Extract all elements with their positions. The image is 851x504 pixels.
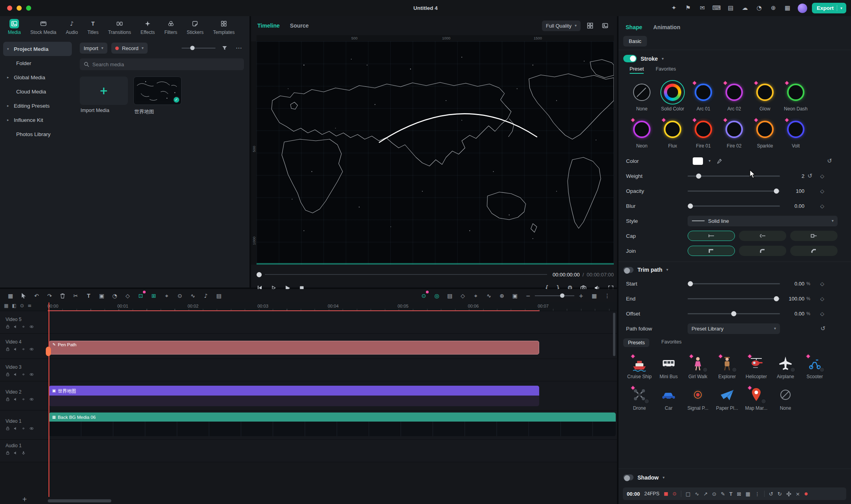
timeline-zoom-slider[interactable] — [535, 293, 574, 299]
trim-preset-cruise-ship[interactable]: Cruise Ship — [625, 353, 654, 384]
playhead-handle[interactable] — [46, 347, 51, 356]
mute-track-icon[interactable] — [13, 451, 18, 455]
lock-track-icon[interactable] — [6, 325, 10, 329]
zoom-window-button[interactable] — [26, 6, 31, 11]
stop-record-icon[interactable]: ■ — [664, 491, 668, 496]
move-tool-icon[interactable] — [786, 491, 791, 497]
weight-keyframe-icon[interactable]: ◇ — [815, 174, 829, 179]
timeline-vertical-scrollbar[interactable] — [613, 313, 615, 356]
stroke-preset-flux[interactable]: Flux — [657, 116, 688, 153]
close-window-button[interactable] — [7, 6, 12, 11]
mute-track-icon[interactable] — [13, 372, 18, 377]
pen-tool-icon[interactable]: ✎ — [721, 491, 725, 497]
stroke-color-swatch[interactable] — [693, 157, 703, 165]
safe-area-icon[interactable] — [585, 21, 596, 31]
link-track-icon[interactable] — [21, 347, 26, 351]
mixer-icon[interactable]: ▣ — [509, 291, 521, 301]
trim-preset-paper-plane[interactable]: Paper Pl... — [712, 384, 742, 416]
trim-preset-explorer[interactable]: Explorer — [712, 353, 742, 384]
search-input[interactable] — [92, 62, 240, 67]
keyframe-all-icon[interactable]: ◇ — [457, 291, 469, 301]
trim-offset-keyframe-icon[interactable]: ◇ — [815, 311, 829, 316]
link-track-icon[interactable] — [21, 426, 26, 431]
link-track-icon[interactable] — [21, 325, 26, 329]
user-avatar[interactable] — [798, 4, 807, 13]
timeline-ruler[interactable]: ▦ ◧ ⊙ ≡ 00:00 00:01 00:02 00:03 00:04 00… — [0, 302, 617, 311]
tab-shape[interactable]: Shape — [626, 24, 642, 30]
waveform-icon[interactable]: ∿ — [483, 291, 495, 301]
wand-icon[interactable]: ⚑ — [682, 3, 694, 13]
smart-tool-icon[interactable]: ⊞ — [148, 291, 159, 301]
lock-track-icon[interactable] — [6, 426, 10, 431]
mute-track-icon[interactable] — [13, 426, 18, 431]
export-button[interactable]: Export ▾ — [812, 3, 846, 13]
cap-square-button[interactable] — [790, 231, 838, 241]
track-lane-video-2[interactable]: ▣世界地图 — [48, 381, 617, 410]
collapse-shadow-icon[interactable]: ▾ — [663, 476, 665, 480]
track-lane-video-3[interactable] — [48, 359, 617, 381]
stroke-preset-neon-dash[interactable]: Neon Dash — [780, 78, 811, 116]
hide-track-icon[interactable] — [29, 372, 34, 377]
add-track-button[interactable]: + — [22, 497, 27, 502]
fit-timeline-icon[interactable]: ▦ — [589, 291, 600, 301]
tab-trim-presets[interactable]: Presets — [623, 338, 649, 347]
link-clips-icon[interactable]: ◧ — [12, 303, 16, 308]
delete-icon[interactable] — [57, 291, 68, 301]
stroke-preset-none[interactable]: None — [626, 78, 657, 116]
crop-icon[interactable]: ▣ — [96, 291, 107, 301]
hide-track-icon[interactable] — [29, 325, 34, 329]
reset-weight-icon[interactable]: ↺ — [804, 173, 815, 179]
stroke-preset-arc-02[interactable]: Arc 02 — [719, 78, 750, 116]
lock-track-icon[interactable] — [6, 451, 10, 455]
tab-stroke-preset[interactable]: Preset — [630, 66, 644, 74]
pause-record-icon[interactable]: ⊙ — [673, 491, 677, 496]
snap-icon[interactable]: ⌖ — [470, 291, 482, 301]
undo-icon[interactable]: ↺ — [769, 491, 773, 497]
record-voiceover-icon[interactable] — [21, 451, 26, 455]
snapshot-preview-icon[interactable] — [600, 21, 611, 31]
trim-end-keyframe-icon[interactable]: ◇ — [815, 296, 829, 301]
opacity-slider[interactable] — [688, 187, 780, 195]
mute-track-icon[interactable] — [13, 325, 18, 329]
add-text-icon[interactable]: T — [83, 291, 94, 301]
collapse-stroke-icon[interactable]: ▾ — [662, 57, 664, 61]
redo-icon[interactable]: ↷ — [44, 291, 55, 301]
sidebar-item-global-media[interactable]: ▸Global Media — [3, 70, 72, 84]
audio-stretch-icon[interactable]: ∿ — [187, 291, 199, 301]
filter-icon[interactable] — [219, 43, 230, 53]
line-style-dropdown[interactable]: Solid line ▾ — [688, 216, 838, 226]
motion-tracking-icon[interactable]: ⌖ — [161, 291, 172, 301]
stroke-preset-fire-02[interactable]: Fire 02 — [719, 116, 750, 153]
audio-denoise-icon[interactable]: ♪ — [200, 291, 212, 301]
trim-preset-mini-bus[interactable]: Mini Bus — [654, 353, 683, 384]
reset-path-follow-icon[interactable]: ↺ — [816, 326, 830, 332]
collapse-trim-icon[interactable]: ▾ — [666, 268, 668, 272]
undo-icon[interactable]: ↶ — [31, 291, 42, 301]
sidebar-item-influence-kit[interactable]: ▸Influence Kit — [3, 113, 72, 127]
auto-ripple-icon[interactable]: ⊙ — [418, 291, 429, 301]
join-round-button[interactable] — [739, 246, 786, 256]
select-tool-icon[interactable] — [18, 291, 29, 301]
stroke-preset-glow[interactable]: Glow — [750, 78, 780, 116]
world-map-media-tile[interactable]: ✓ 世界地图 — [133, 77, 182, 115]
track-manager-icon[interactable]: ▤ — [444, 291, 455, 301]
more-options-icon[interactable]: ⋯ — [234, 43, 244, 53]
link-track-icon[interactable] — [21, 372, 26, 377]
cap-round-button[interactable] — [739, 231, 786, 241]
lock-track-icon[interactable] — [6, 397, 10, 401]
arrow-tool-icon[interactable]: ↗ — [703, 491, 708, 497]
shortcut-keyboard-icon[interactable]: ⌨ — [711, 3, 722, 13]
tab-audio[interactable]: ♪ Audio — [66, 19, 78, 35]
split-scissors-icon[interactable]: ✂ — [70, 291, 81, 301]
blur-slider[interactable] — [688, 202, 780, 210]
text-tool-icon[interactable]: T — [729, 491, 733, 497]
add-marker-icon[interactable]: ⊕ — [496, 291, 508, 301]
mute-track-icon[interactable] — [13, 347, 18, 351]
shape-tool-icon[interactable]: □ — [686, 491, 690, 497]
track-lane-audio-1[interactable] — [48, 440, 617, 462]
tab-media[interactable]: Media — [8, 19, 21, 35]
snap-toggle-icon[interactable]: ⊙ — [20, 303, 24, 308]
pattern-tool-icon[interactable]: ▦ — [746, 491, 750, 497]
sidebar-item-editing-presets[interactable]: ▸Editing Presets — [3, 99, 72, 113]
tab-transitions[interactable]: Transitions — [108, 19, 131, 35]
